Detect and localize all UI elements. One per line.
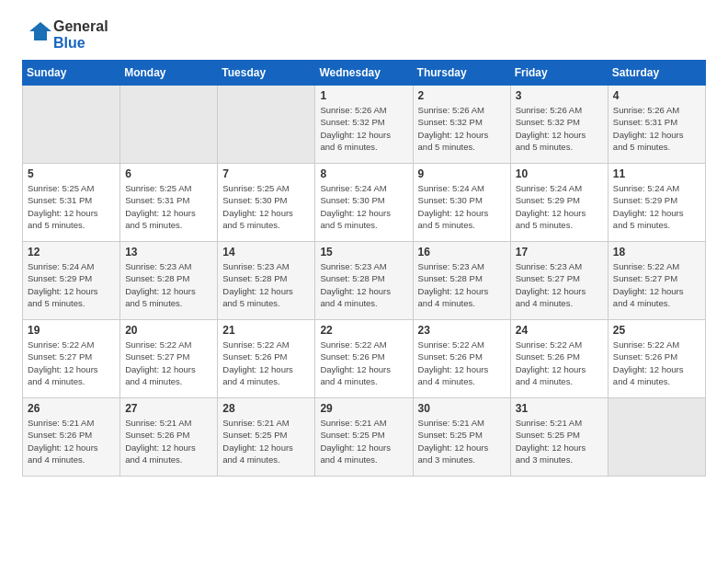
logo: General Blue	[22, 18, 108, 51]
logo-bird-icon	[22, 20, 51, 50]
calendar-cell: 1Sunrise: 5:26 AM Sunset: 5:32 PM Daylig…	[315, 86, 413, 164]
calendar-cell: 16Sunrise: 5:23 AM Sunset: 5:28 PM Dayli…	[413, 242, 510, 320]
week-row-2: 12Sunrise: 5:24 AM Sunset: 5:29 PM Dayli…	[23, 242, 706, 320]
day-info: Sunrise: 5:26 AM Sunset: 5:32 PM Dayligh…	[418, 104, 506, 153]
day-info: Sunrise: 5:21 AM Sunset: 5:25 PM Dayligh…	[222, 417, 310, 465]
calendar-table: SundayMondayTuesdayWednesdayThursdayFrid…	[22, 60, 706, 477]
day-number: 30	[418, 402, 506, 415]
day-info: Sunrise: 5:22 AM Sunset: 5:26 PM Dayligh…	[613, 339, 700, 387]
calendar-cell	[120, 86, 218, 164]
header-day-thursday: Thursday	[413, 61, 510, 86]
day-info: Sunrise: 5:22 AM Sunset: 5:27 PM Dayligh…	[28, 339, 115, 387]
day-info: Sunrise: 5:22 AM Sunset: 5:26 PM Dayligh…	[222, 339, 310, 387]
day-number: 18	[613, 246, 700, 259]
day-info: Sunrise: 5:26 AM Sunset: 5:32 PM Dayligh…	[516, 104, 603, 153]
day-number: 12	[28, 246, 115, 259]
day-number: 10	[516, 167, 603, 180]
day-info: Sunrise: 5:22 AM Sunset: 5:26 PM Dayligh…	[418, 339, 506, 387]
calendar-cell: 13Sunrise: 5:23 AM Sunset: 5:28 PM Dayli…	[120, 242, 218, 320]
week-row-0: 1Sunrise: 5:26 AM Sunset: 5:32 PM Daylig…	[23, 86, 706, 164]
day-number: 1	[320, 89, 407, 102]
calendar-cell: 3Sunrise: 5:26 AM Sunset: 5:32 PM Daylig…	[510, 86, 608, 164]
day-info: Sunrise: 5:23 AM Sunset: 5:28 PM Dayligh…	[320, 260, 407, 309]
day-number: 9	[418, 167, 506, 180]
calendar-cell: 24Sunrise: 5:22 AM Sunset: 5:26 PM Dayli…	[510, 320, 608, 398]
day-number: 31	[516, 402, 603, 415]
header-day-saturday: Saturday	[608, 61, 705, 86]
day-number: 7	[222, 167, 310, 180]
day-info: Sunrise: 5:21 AM Sunset: 5:26 PM Dayligh…	[125, 417, 212, 465]
day-info: Sunrise: 5:23 AM Sunset: 5:27 PM Dayligh…	[516, 260, 603, 309]
logo-graphic: General Blue	[22, 18, 108, 51]
calendar-cell	[218, 86, 315, 164]
day-info: Sunrise: 5:21 AM Sunset: 5:26 PM Dayligh…	[28, 417, 115, 465]
day-info: Sunrise: 5:24 AM Sunset: 5:29 PM Dayligh…	[516, 182, 603, 231]
calendar-cell: 23Sunrise: 5:22 AM Sunset: 5:26 PM Dayli…	[413, 320, 510, 398]
day-info: Sunrise: 5:24 AM Sunset: 5:29 PM Dayligh…	[613, 182, 700, 231]
day-number: 14	[222, 246, 310, 259]
calendar-cell: 17Sunrise: 5:23 AM Sunset: 5:27 PM Dayli…	[510, 242, 608, 320]
calendar-cell: 9Sunrise: 5:24 AM Sunset: 5:30 PM Daylig…	[413, 164, 510, 242]
day-number: 23	[418, 324, 506, 337]
day-info: Sunrise: 5:21 AM Sunset: 5:25 PM Dayligh…	[418, 417, 506, 465]
day-number: 22	[320, 324, 407, 337]
day-number: 3	[516, 89, 603, 102]
calendar-cell	[23, 86, 120, 164]
day-info: Sunrise: 5:23 AM Sunset: 5:28 PM Dayligh…	[222, 260, 310, 309]
day-info: Sunrise: 5:24 AM Sunset: 5:30 PM Dayligh…	[320, 182, 407, 231]
calendar-cell: 12Sunrise: 5:24 AM Sunset: 5:29 PM Dayli…	[23, 242, 120, 320]
day-number: 13	[125, 246, 212, 259]
calendar-cell: 31Sunrise: 5:21 AM Sunset: 5:25 PM Dayli…	[510, 398, 608, 477]
calendar-cell: 11Sunrise: 5:24 AM Sunset: 5:29 PM Dayli…	[608, 164, 705, 242]
calendar-cell: 5Sunrise: 5:25 AM Sunset: 5:31 PM Daylig…	[23, 164, 120, 242]
week-row-1: 5Sunrise: 5:25 AM Sunset: 5:31 PM Daylig…	[23, 164, 706, 242]
calendar-cell: 8Sunrise: 5:24 AM Sunset: 5:30 PM Daylig…	[315, 164, 413, 242]
day-info: Sunrise: 5:24 AM Sunset: 5:29 PM Dayligh…	[28, 260, 115, 309]
day-info: Sunrise: 5:25 AM Sunset: 5:31 PM Dayligh…	[28, 182, 115, 231]
day-number: 25	[613, 324, 700, 337]
day-number: 19	[28, 324, 115, 337]
calendar-cell: 7Sunrise: 5:25 AM Sunset: 5:30 PM Daylig…	[218, 164, 315, 242]
calendar-cell: 30Sunrise: 5:21 AM Sunset: 5:25 PM Dayli…	[413, 398, 510, 477]
day-number: 24	[516, 324, 603, 337]
day-info: Sunrise: 5:25 AM Sunset: 5:30 PM Dayligh…	[222, 182, 310, 231]
day-number: 17	[516, 246, 603, 259]
calendar-cell: 2Sunrise: 5:26 AM Sunset: 5:32 PM Daylig…	[413, 86, 510, 164]
day-info: Sunrise: 5:26 AM Sunset: 5:31 PM Dayligh…	[613, 104, 700, 153]
logo-text-blue: Blue	[53, 35, 108, 52]
calendar-cell	[608, 398, 705, 477]
day-number: 11	[613, 167, 700, 180]
week-row-3: 19Sunrise: 5:22 AM Sunset: 5:27 PM Dayli…	[23, 320, 706, 398]
day-number: 2	[418, 89, 506, 102]
calendar-cell: 27Sunrise: 5:21 AM Sunset: 5:26 PM Dayli…	[120, 398, 218, 477]
calendar-cell: 25Sunrise: 5:22 AM Sunset: 5:26 PM Dayli…	[608, 320, 705, 398]
header: General Blue	[22, 18, 706, 51]
calendar-cell: 26Sunrise: 5:21 AM Sunset: 5:26 PM Dayli…	[23, 398, 120, 477]
day-number: 21	[222, 324, 310, 337]
calendar-cell: 28Sunrise: 5:21 AM Sunset: 5:25 PM Dayli…	[218, 398, 315, 477]
svg-marker-0	[29, 22, 51, 40]
calendar-cell: 10Sunrise: 5:24 AM Sunset: 5:29 PM Dayli…	[510, 164, 608, 242]
calendar-cell: 21Sunrise: 5:22 AM Sunset: 5:26 PM Dayli…	[218, 320, 315, 398]
header-day-sunday: Sunday	[23, 61, 120, 86]
day-info: Sunrise: 5:22 AM Sunset: 5:27 PM Dayligh…	[613, 260, 700, 309]
calendar-cell: 14Sunrise: 5:23 AM Sunset: 5:28 PM Dayli…	[218, 242, 315, 320]
day-number: 15	[320, 246, 407, 259]
day-info: Sunrise: 5:25 AM Sunset: 5:31 PM Dayligh…	[125, 182, 212, 231]
calendar-cell: 20Sunrise: 5:22 AM Sunset: 5:27 PM Dayli…	[120, 320, 218, 398]
day-number: 4	[613, 89, 700, 102]
calendar-cell: 15Sunrise: 5:23 AM Sunset: 5:28 PM Dayli…	[315, 242, 413, 320]
header-day-wednesday: Wednesday	[315, 61, 413, 86]
day-info: Sunrise: 5:23 AM Sunset: 5:28 PM Dayligh…	[125, 260, 212, 309]
day-info: Sunrise: 5:24 AM Sunset: 5:30 PM Dayligh…	[418, 182, 506, 231]
day-number: 8	[320, 167, 407, 180]
header-day-monday: Monday	[120, 61, 218, 86]
week-row-4: 26Sunrise: 5:21 AM Sunset: 5:26 PM Dayli…	[23, 398, 706, 477]
day-info: Sunrise: 5:21 AM Sunset: 5:25 PM Dayligh…	[320, 417, 407, 465]
day-info: Sunrise: 5:23 AM Sunset: 5:28 PM Dayligh…	[418, 260, 506, 309]
day-number: 27	[125, 402, 212, 415]
day-info: Sunrise: 5:21 AM Sunset: 5:25 PM Dayligh…	[516, 417, 603, 465]
calendar-cell: 18Sunrise: 5:22 AM Sunset: 5:27 PM Dayli…	[608, 242, 705, 320]
logo-text-general: General	[53, 18, 108, 35]
header-day-friday: Friday	[510, 61, 608, 86]
